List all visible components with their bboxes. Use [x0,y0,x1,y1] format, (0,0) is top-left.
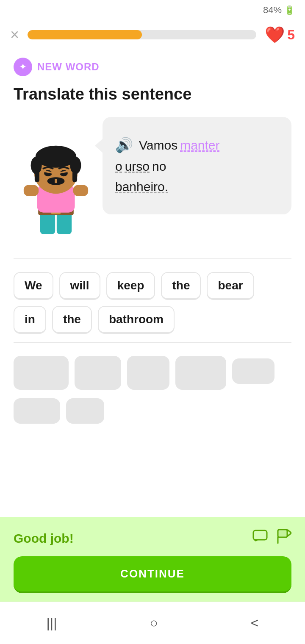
progress-bar [28,30,256,39]
instruction-text: Translate this sentence [14,85,291,104]
bubble-word-banheiro: banheiro. [115,178,168,196]
word-token-bear[interactable]: bear [207,272,254,300]
character-figure [14,134,107,246]
status-bar: 84% 🔋 [0,0,305,20]
svg-rect-19 [72,171,77,182]
success-icons [252,529,291,548]
bubble-word-vamos: Vamos [139,136,177,154]
battery-icon: 🔋 [284,5,295,15]
word-token-the2[interactable]: the [52,306,92,334]
word-chip-7[interactable] [66,398,104,424]
lives-count: 5 [287,27,295,43]
nav-bar: ||| ○ < [0,602,305,644]
answer-divider-bottom [14,342,291,343]
continue-button[interactable]: CONTINUE [14,556,291,593]
character-area: 🔊 Vamos manter o urso no banheiro. [14,117,291,246]
new-word-label: NEW WORD [37,61,100,73]
battery-percentage: 84% [263,5,282,16]
success-area: Good job! CONTINUE [0,517,305,602]
new-word-badge: ✦ NEW WORD [14,58,291,76]
word-token-in[interactable]: in [14,306,46,334]
word-chip-3[interactable] [127,356,169,390]
word-token-will[interactable]: will [59,272,100,300]
speaker-icon[interactable]: 🔊 [115,135,133,155]
close-button[interactable]: × [10,27,19,42]
bubble-line-1: 🔊 Vamos manter [115,135,279,155]
heart-icon: ❤️ [265,25,285,44]
speech-bubble: 🔊 Vamos manter o urso no banheiro. [103,117,291,214]
success-top: Good job! [14,529,291,548]
svg-rect-6 [73,185,88,196]
bubble-line-3: banheiro. [115,178,279,196]
main-content: ✦ NEW WORD Translate this sentence [0,49,305,517]
answer-divider-top [14,258,291,259]
svg-rect-18 [35,171,39,182]
lives-container: ❤️ 5 [265,25,295,44]
badge-icon: ✦ [14,58,32,76]
badge-icon-symbol: ✦ [19,61,27,72]
word-token-bathroom[interactable]: bathroom [98,306,175,334]
word-chip-2[interactable] [75,356,121,390]
top-bar: × ❤️ 5 [0,20,305,49]
comment-icon[interactable] [252,529,268,548]
bubble-line-2: o urso no [115,158,279,175]
svg-rect-17 [55,179,57,183]
word-token-keep[interactable]: keep [106,272,155,300]
bubble-word-no: no [152,158,166,175]
word-token-we[interactable]: We [14,272,53,300]
bubble-word-o: o [115,158,122,175]
bubble-word-urso: urso [125,158,150,175]
word-bank [14,352,291,428]
word-token-the1[interactable]: the [161,272,201,300]
back-icon[interactable]: < [251,615,259,631]
bubble-word-manter: manter [180,136,219,154]
word-chip-6[interactable] [14,398,60,424]
word-chip-4[interactable] [175,356,226,390]
word-chip-5[interactable] [232,358,274,384]
answer-area: We will keep the bear in the bathroom [14,264,291,342]
home-icon[interactable]: ○ [150,615,158,631]
svg-rect-5 [24,185,39,196]
progress-bar-fill [28,30,142,39]
flag-icon[interactable] [276,529,291,548]
svg-rect-20 [253,530,267,540]
word-chip-1[interactable] [14,356,69,390]
good-job-text: Good job! [14,531,74,546]
menu-icon[interactable]: ||| [47,615,57,631]
character-svg [14,134,98,244]
